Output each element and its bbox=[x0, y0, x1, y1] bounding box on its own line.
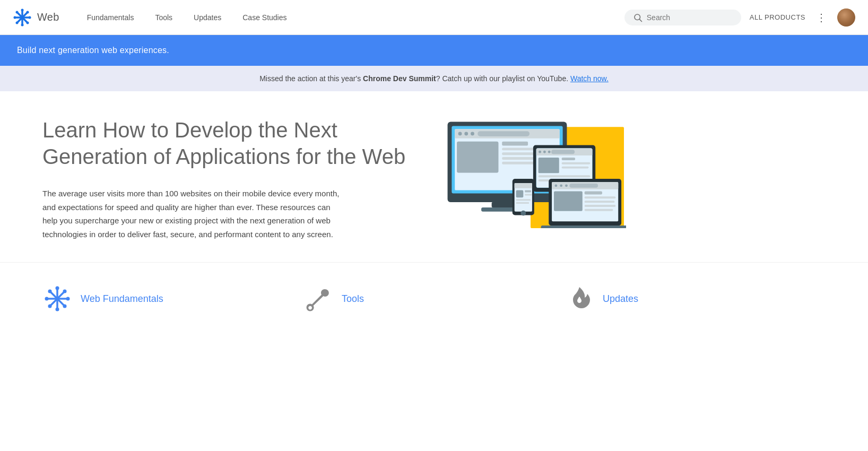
svg-rect-22 bbox=[478, 131, 530, 136]
tools-icon bbox=[303, 284, 333, 314]
svg-rect-43 bbox=[562, 167, 589, 169]
svg-point-6 bbox=[14, 16, 16, 19]
svg-point-54 bbox=[520, 211, 526, 216]
search-input[interactable] bbox=[647, 13, 732, 22]
svg-rect-44 bbox=[539, 175, 591, 177]
svg-rect-25 bbox=[502, 142, 528, 146]
svg-point-79 bbox=[63, 290, 67, 293]
announcement-prefix: Missed the action at this year's bbox=[259, 74, 363, 83]
svg-rect-66 bbox=[585, 205, 616, 207]
svg-rect-64 bbox=[585, 196, 616, 198]
svg-point-78 bbox=[63, 305, 67, 308]
nav-item-fundamentals[interactable]: Fundamentals bbox=[76, 0, 145, 35]
illustration bbox=[435, 111, 626, 228]
svg-point-11 bbox=[16, 21, 19, 24]
bottom-cards: Web Fundamentals Tools Updates bbox=[0, 262, 868, 324]
main-nav: Fundamentals Tools Updates Case Studies bbox=[76, 0, 624, 35]
updates-icon bbox=[565, 284, 594, 314]
svg-point-76 bbox=[66, 297, 70, 301]
svg-rect-63 bbox=[585, 192, 602, 195]
more-options-button[interactable]: ⋮ bbox=[814, 10, 829, 25]
header: Web Fundamentals Tools Updates Case Stud… bbox=[0, 0, 868, 35]
svg-point-60 bbox=[565, 184, 568, 187]
svg-point-4 bbox=[21, 8, 24, 11]
svg-point-38 bbox=[548, 151, 551, 153]
user-avatar[interactable] bbox=[837, 8, 855, 27]
header-right: ALL PRODUCTS ⋮ bbox=[624, 8, 855, 27]
card-web-fundamentals-label: Web Fundamentals bbox=[81, 293, 163, 305]
web-fundamentals-icon bbox=[42, 284, 72, 314]
announcement-highlight: Chrome Dev Summit bbox=[363, 74, 436, 83]
svg-point-58 bbox=[554, 184, 557, 187]
svg-point-75 bbox=[45, 297, 49, 301]
svg-point-74 bbox=[56, 308, 59, 311]
blue-banner: Build next generation web experiences. bbox=[0, 35, 868, 66]
svg-point-80 bbox=[48, 305, 52, 308]
svg-point-8 bbox=[16, 11, 19, 13]
announcement-suffix: ? Catch up with our playlist on YouTube. bbox=[436, 74, 570, 83]
svg-rect-62 bbox=[554, 192, 583, 211]
svg-rect-40 bbox=[539, 158, 559, 173]
svg-point-36 bbox=[539, 151, 541, 153]
svg-rect-48 bbox=[515, 183, 532, 188]
card-updates[interactable]: Updates bbox=[565, 273, 826, 324]
avatar-image bbox=[837, 8, 855, 27]
svg-rect-61 bbox=[569, 184, 598, 188]
nav-item-tools[interactable]: Tools bbox=[144, 0, 183, 35]
svg-point-5 bbox=[21, 23, 24, 26]
search-icon bbox=[633, 13, 643, 22]
svg-point-37 bbox=[543, 151, 546, 153]
card-web-fundamentals[interactable]: Web Fundamentals bbox=[42, 273, 303, 324]
main-text-block: Learn How to Develop the Next Generation… bbox=[42, 117, 414, 241]
svg-rect-51 bbox=[525, 194, 532, 195]
svg-rect-65 bbox=[585, 201, 615, 203]
svg-point-9 bbox=[27, 21, 29, 24]
search-bar[interactable] bbox=[624, 10, 741, 25]
svg-rect-39 bbox=[551, 150, 575, 154]
svg-point-77 bbox=[48, 290, 52, 293]
svg-rect-42 bbox=[562, 162, 591, 164]
svg-rect-41 bbox=[562, 158, 575, 160]
all-products-button[interactable]: ALL PRODUCTS bbox=[750, 13, 805, 21]
svg-point-73 bbox=[56, 287, 59, 290]
svg-rect-50 bbox=[525, 190, 531, 193]
announcement-banner: Missed the action at this year's Chrome … bbox=[0, 66, 868, 91]
svg-point-59 bbox=[560, 184, 562, 187]
watch-now-link[interactable]: Watch now. bbox=[570, 74, 609, 83]
card-updates-label: Updates bbox=[603, 293, 638, 305]
svg-rect-53 bbox=[516, 202, 529, 204]
svg-rect-68 bbox=[541, 226, 626, 228]
main-description: The average user visits more than 100 we… bbox=[42, 187, 340, 241]
nav-item-updates[interactable]: Updates bbox=[183, 0, 232, 35]
svg-point-19 bbox=[458, 132, 462, 136]
svg-rect-67 bbox=[585, 209, 613, 211]
card-tools-label: Tools bbox=[342, 293, 364, 305]
svg-point-20 bbox=[464, 132, 468, 136]
svg-line-13 bbox=[639, 19, 641, 21]
logo-text: Web bbox=[37, 11, 59, 23]
devices-illustration bbox=[435, 111, 626, 228]
main-content: Learn How to Develop the Next Generation… bbox=[0, 91, 868, 262]
svg-rect-24 bbox=[457, 142, 498, 173]
logo-icon bbox=[13, 8, 32, 27]
svg-point-21 bbox=[471, 132, 474, 136]
main-heading: Learn How to Develop the Next Generation… bbox=[42, 117, 414, 170]
svg-point-10 bbox=[27, 11, 29, 13]
card-tools[interactable]: Tools bbox=[303, 273, 565, 324]
svg-rect-49 bbox=[516, 190, 524, 198]
nav-item-case-studies[interactable]: Case Studies bbox=[232, 0, 297, 35]
announcement-text: Missed the action at this year's Chrome … bbox=[259, 74, 609, 83]
blue-banner-text: Build next generation web experiences. bbox=[17, 46, 169, 55]
logo-link[interactable]: Web bbox=[13, 8, 59, 27]
svg-rect-52 bbox=[516, 199, 531, 201]
svg-point-7 bbox=[29, 16, 31, 19]
